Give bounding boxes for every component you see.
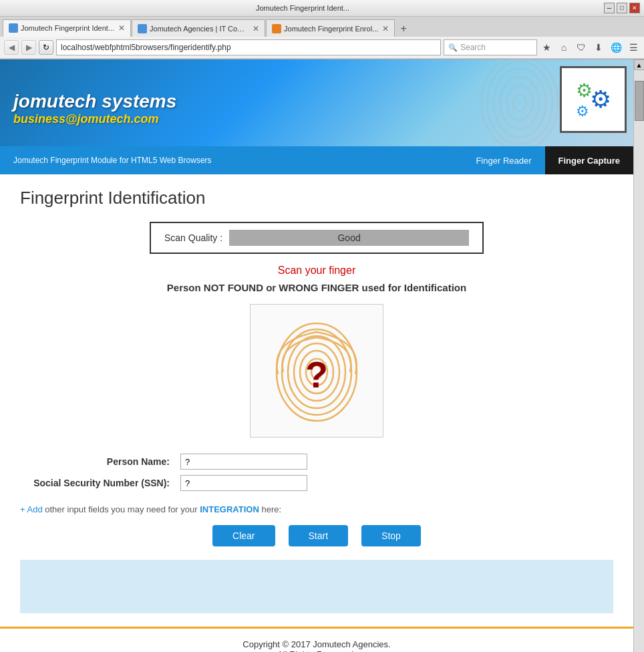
tab-2-favicon bbox=[138, 24, 147, 33]
tab-3-favicon bbox=[272, 24, 281, 33]
bookmark-icon[interactable]: ★ bbox=[540, 42, 553, 53]
company-name: jomutech systems bbox=[13, 91, 176, 112]
footer-rights: All Rights Reserved. bbox=[11, 649, 623, 652]
svg-text:?: ? bbox=[305, 354, 328, 395]
site-navigation: Jomutech Fingerprint Module for HTML5 We… bbox=[0, 146, 633, 174]
window-title: Jomutech Fingerprint Ident... bbox=[4, 4, 601, 12]
gear-icons: ⚙ ⚙ ⚙ bbox=[576, 79, 611, 120]
scan-quality-label: Scan Quality : bbox=[164, 232, 222, 243]
svg-point-0 bbox=[513, 94, 526, 112]
tab-2-label: Jomutech Agencies | IT Consul... bbox=[150, 25, 249, 33]
tab-1-close[interactable]: ✕ bbox=[118, 23, 125, 33]
page-title: Fingerprint Identification bbox=[20, 188, 613, 208]
add-fields-section: + Add other input fields you may need fo… bbox=[20, 504, 613, 514]
tab-2[interactable]: Jomutech Agencies | IT Consul... ✕ bbox=[132, 19, 265, 37]
title-bar: Jomutech Fingerprint Ident... ─ □ ✕ bbox=[0, 0, 644, 17]
info-section bbox=[20, 560, 613, 613]
shield-icon[interactable]: 🛡 bbox=[575, 42, 588, 53]
maximize-button[interactable]: □ bbox=[617, 3, 627, 13]
nav-finger-capture[interactable]: Finger Capture bbox=[545, 146, 633, 174]
add-fields-middle: other input fields you may need for your bbox=[45, 504, 197, 514]
fingerprint-image: ? bbox=[263, 317, 370, 424]
forward-button[interactable]: ▶ bbox=[21, 40, 36, 55]
browser-content-wrapper: ⚙ ⚙ ⚙ jomutech systems business@jomutech… bbox=[0, 59, 644, 652]
person-name-label: Person Name: bbox=[20, 456, 180, 467]
toolbar-icons: ★ ⌂ 🛡 ⬇ 🌐 ☰ bbox=[540, 42, 640, 53]
form-section: Person Name: Social Security Number (SSN… bbox=[20, 454, 613, 491]
ssn-input[interactable] bbox=[180, 475, 307, 491]
nav-module-name: Jomutech Fingerprint Module for HTML5 We… bbox=[0, 146, 462, 174]
scan-quality-bar: Good bbox=[229, 230, 469, 246]
new-tab-button[interactable]: + bbox=[395, 21, 412, 37]
download-icon[interactable]: ⬇ bbox=[592, 42, 605, 53]
search-placeholder: Search bbox=[460, 43, 486, 52]
svg-point-3 bbox=[494, 68, 546, 138]
tab-3-label: Jomutech Fingerprint Enrol... bbox=[284, 25, 378, 33]
search-icon: 🔍 bbox=[448, 43, 458, 52]
home-icon[interactable]: ⌂ bbox=[557, 42, 571, 53]
search-bar[interactable]: 🔍 Search bbox=[444, 39, 537, 55]
tab-1-label: Jomutech Fingerprint Ident... bbox=[21, 24, 114, 32]
start-button[interactable]: Start bbox=[289, 525, 349, 546]
header-text: jomutech systems business@jomutech.com bbox=[13, 91, 176, 126]
svg-point-5 bbox=[482, 59, 558, 146]
address-bar: ◀ ▶ ↻ localhost/webfphtml5browsers/finge… bbox=[0, 37, 644, 59]
button-row: Clear Start Stop bbox=[20, 525, 613, 546]
gear-darkblue-icon: ⚙ bbox=[590, 86, 611, 114]
site-footer: Copyright © 2017 Jomutech Agencies. All … bbox=[0, 627, 633, 652]
site-header: ⚙ ⚙ ⚙ jomutech systems business@jomutech… bbox=[0, 59, 633, 146]
nav-finger-reader[interactable]: Finger Reader bbox=[462, 146, 544, 174]
main-content: Fingerprint Identification Scan Quality … bbox=[0, 174, 633, 627]
url-text: localhost/webfphtml5browsers/fingerident… bbox=[61, 43, 231, 52]
reload-button[interactable]: ↻ bbox=[39, 40, 53, 55]
svg-point-1 bbox=[507, 86, 533, 120]
ssn-row: Social Security Number (SSN): bbox=[20, 475, 613, 491]
not-found-message: Person NOT FOUND or WRONG FINGER used fo… bbox=[20, 282, 613, 293]
minimize-button[interactable]: ─ bbox=[604, 3, 615, 13]
tab-2-close[interactable]: ✕ bbox=[253, 24, 259, 33]
scan-quality-box: Scan Quality : Good bbox=[150, 222, 484, 254]
ssn-label: Social Security Number (SSN): bbox=[20, 478, 180, 488]
tab-3[interactable]: Jomutech Fingerprint Enrol... ✕ bbox=[266, 19, 395, 37]
scroll-thumb[interactable] bbox=[635, 81, 644, 121]
add-fields-suffix: here: bbox=[261, 504, 281, 514]
add-link[interactable]: + Add bbox=[20, 504, 43, 514]
browser-chrome: Jomutech Fingerprint Ident... ─ □ ✕ Jomu… bbox=[0, 0, 644, 59]
tab-1-favicon bbox=[9, 23, 18, 33]
svg-point-4 bbox=[487, 61, 552, 144]
tab-1[interactable]: Jomutech Fingerprint Ident... ✕ bbox=[3, 19, 131, 37]
globe-icon[interactable]: 🌐 bbox=[609, 42, 623, 53]
scan-quality-value: Good bbox=[337, 232, 360, 243]
page-content: ⚙ ⚙ ⚙ jomutech systems business@jomutech… bbox=[0, 59, 633, 652]
tabs-bar: Jomutech Fingerprint Ident... ✕ Jomutech… bbox=[0, 17, 644, 37]
menu-icon[interactable]: ☰ bbox=[627, 42, 640, 53]
close-button[interactable]: ✕ bbox=[629, 3, 640, 13]
clear-button[interactable]: Clear bbox=[212, 525, 275, 546]
back-button[interactable]: ◀ bbox=[4, 40, 19, 55]
scan-finger-message: Scan your finger bbox=[20, 265, 613, 277]
window-controls: ─ □ ✕ bbox=[604, 3, 640, 13]
company-logo: ⚙ ⚙ ⚙ bbox=[560, 66, 627, 133]
fingerprint-container: ? bbox=[250, 304, 383, 438]
footer-copyright: Copyright © 2017 Jomutech Agencies. bbox=[11, 639, 623, 649]
tab-3-close[interactable]: ✕ bbox=[382, 24, 389, 33]
person-name-row: Person Name: bbox=[20, 454, 613, 470]
scrollbar: ▲ bbox=[633, 59, 644, 652]
person-name-input[interactable] bbox=[180, 454, 307, 470]
url-bar[interactable]: localhost/webfphtml5browsers/fingerident… bbox=[56, 39, 441, 55]
scroll-up-arrow[interactable]: ▲ bbox=[634, 59, 645, 70]
company-email: business@jomutech.com bbox=[13, 112, 176, 126]
stop-button[interactable]: Stop bbox=[361, 525, 421, 546]
integration-link[interactable]: INTEGRATION bbox=[200, 504, 259, 514]
